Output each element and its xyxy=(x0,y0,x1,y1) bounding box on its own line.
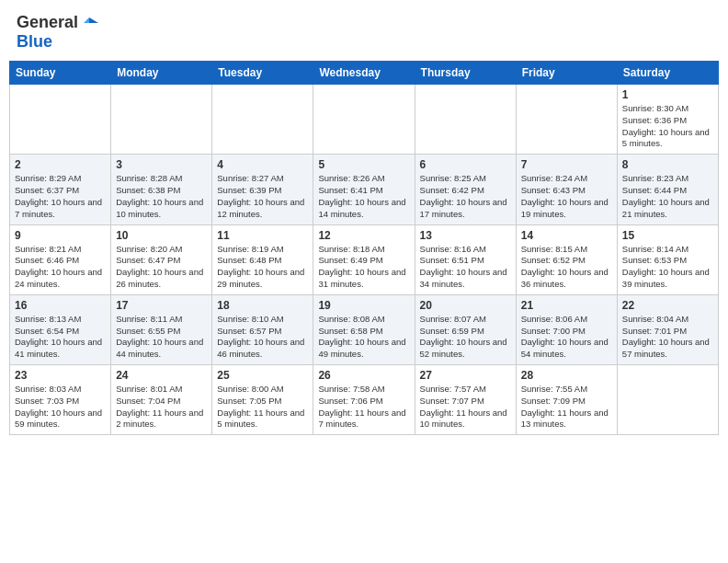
day-info: Sunrise: 8:16 AM Sunset: 6:51 PM Dayligh… xyxy=(420,244,511,291)
day-info: Sunrise: 8:27 AM Sunset: 6:39 PM Dayligh… xyxy=(217,173,308,220)
day-number: 4 xyxy=(217,158,308,171)
logo-blue-text: Blue xyxy=(17,32,52,51)
day-number: 2 xyxy=(15,158,106,171)
day-number: 9 xyxy=(15,229,106,242)
day-number: 22 xyxy=(622,299,713,312)
day-info: Sunrise: 8:07 AM Sunset: 6:59 PM Dayligh… xyxy=(420,314,511,361)
day-info: Sunrise: 8:23 AM Sunset: 6:44 PM Dayligh… xyxy=(622,173,713,220)
day-number: 20 xyxy=(420,299,511,312)
day-number: 27 xyxy=(420,369,511,382)
day-info: Sunrise: 8:06 AM Sunset: 7:00 PM Dayligh… xyxy=(521,314,612,361)
column-header-thursday: Thursday xyxy=(415,62,516,85)
day-info: Sunrise: 7:58 AM Sunset: 7:06 PM Dayligh… xyxy=(318,384,409,431)
day-number: 1 xyxy=(622,88,713,101)
day-number: 17 xyxy=(116,299,207,312)
day-cell: 13Sunrise: 8:16 AM Sunset: 6:51 PM Dayli… xyxy=(415,224,516,294)
day-info: Sunrise: 8:20 AM Sunset: 6:47 PM Dayligh… xyxy=(116,244,207,291)
day-cell: 5Sunrise: 8:26 AM Sunset: 6:41 PM Daylig… xyxy=(313,155,415,224)
day-cell xyxy=(212,85,313,155)
day-cell: 6Sunrise: 8:25 AM Sunset: 6:42 PM Daylig… xyxy=(415,155,516,224)
day-cell: 20Sunrise: 8:07 AM Sunset: 6:59 PM Dayli… xyxy=(415,294,516,364)
day-info: Sunrise: 8:28 AM Sunset: 6:38 PM Dayligh… xyxy=(116,173,207,220)
column-header-wednesday: Wednesday xyxy=(313,62,415,85)
day-cell xyxy=(10,85,111,155)
day-cell: 22Sunrise: 8:04 AM Sunset: 7:01 PM Dayli… xyxy=(617,294,718,364)
day-number: 19 xyxy=(318,299,409,312)
day-number: 13 xyxy=(420,229,511,242)
day-cell: 19Sunrise: 8:08 AM Sunset: 6:58 PM Dayli… xyxy=(313,294,415,364)
day-info: Sunrise: 8:08 AM Sunset: 6:58 PM Dayligh… xyxy=(318,314,409,361)
day-cell: 7Sunrise: 8:24 AM Sunset: 6:43 PM Daylig… xyxy=(516,155,617,224)
logo-bird-icon xyxy=(80,16,98,30)
day-info: Sunrise: 8:21 AM Sunset: 6:46 PM Dayligh… xyxy=(15,244,106,291)
day-cell: 16Sunrise: 8:13 AM Sunset: 6:54 PM Dayli… xyxy=(10,294,111,364)
day-cell: 1Sunrise: 8:30 AM Sunset: 6:36 PM Daylig… xyxy=(617,85,718,155)
day-number: 16 xyxy=(15,299,106,312)
day-number: 15 xyxy=(622,229,713,242)
day-cell: 10Sunrise: 8:20 AM Sunset: 6:47 PM Dayli… xyxy=(111,224,212,294)
day-number: 23 xyxy=(15,369,106,382)
logo: General Blue xyxy=(17,13,98,52)
day-cell: 9Sunrise: 8:21 AM Sunset: 6:46 PM Daylig… xyxy=(10,224,111,294)
day-cell: 25Sunrise: 8:00 AM Sunset: 7:05 PM Dayli… xyxy=(212,365,313,435)
day-number: 26 xyxy=(318,369,409,382)
logo-general-text: General xyxy=(17,13,78,32)
day-info: Sunrise: 8:03 AM Sunset: 7:03 PM Dayligh… xyxy=(15,384,106,431)
day-cell: 26Sunrise: 7:58 AM Sunset: 7:06 PM Dayli… xyxy=(313,365,415,435)
week-row-4: 16Sunrise: 8:13 AM Sunset: 6:54 PM Dayli… xyxy=(10,294,719,364)
day-info: Sunrise: 8:04 AM Sunset: 7:01 PM Dayligh… xyxy=(622,314,713,361)
day-number: 21 xyxy=(521,299,612,312)
day-info: Sunrise: 8:19 AM Sunset: 6:48 PM Dayligh… xyxy=(217,244,308,291)
day-info: Sunrise: 8:01 AM Sunset: 7:04 PM Dayligh… xyxy=(116,384,207,431)
day-number: 5 xyxy=(318,158,409,171)
day-info: Sunrise: 8:29 AM Sunset: 6:37 PM Dayligh… xyxy=(15,173,106,220)
day-info: Sunrise: 8:25 AM Sunset: 6:42 PM Dayligh… xyxy=(420,173,511,220)
day-cell: 21Sunrise: 8:06 AM Sunset: 7:00 PM Dayli… xyxy=(516,294,617,364)
day-info: Sunrise: 8:13 AM Sunset: 6:54 PM Dayligh… xyxy=(15,314,106,361)
week-row-5: 23Sunrise: 8:03 AM Sunset: 7:03 PM Dayli… xyxy=(10,365,719,435)
day-number: 8 xyxy=(622,158,713,171)
week-row-1: 1Sunrise: 8:30 AM Sunset: 6:36 PM Daylig… xyxy=(10,85,719,155)
day-cell: 18Sunrise: 8:10 AM Sunset: 6:57 PM Dayli… xyxy=(212,294,313,364)
day-number: 25 xyxy=(217,369,308,382)
day-number: 28 xyxy=(521,369,612,382)
day-cell: 15Sunrise: 8:14 AM Sunset: 6:53 PM Dayli… xyxy=(617,224,718,294)
day-number: 3 xyxy=(116,158,207,171)
day-info: Sunrise: 8:15 AM Sunset: 6:52 PM Dayligh… xyxy=(521,244,612,291)
day-number: 14 xyxy=(521,229,612,242)
day-cell xyxy=(516,85,617,155)
day-cell: 12Sunrise: 8:18 AM Sunset: 6:49 PM Dayli… xyxy=(313,224,415,294)
day-cell: 2Sunrise: 8:29 AM Sunset: 6:37 PM Daylig… xyxy=(10,155,111,224)
day-info: Sunrise: 8:18 AM Sunset: 6:49 PM Dayligh… xyxy=(318,244,409,291)
day-cell: 28Sunrise: 7:55 AM Sunset: 7:09 PM Dayli… xyxy=(516,365,617,435)
day-number: 11 xyxy=(217,229,308,242)
page-header: General Blue xyxy=(9,9,719,55)
day-cell xyxy=(415,85,516,155)
svg-marker-0 xyxy=(89,17,98,23)
day-number: 12 xyxy=(318,229,409,242)
week-row-2: 2Sunrise: 8:29 AM Sunset: 6:37 PM Daylig… xyxy=(10,155,719,224)
column-header-tuesday: Tuesday xyxy=(212,62,313,85)
day-info: Sunrise: 8:11 AM Sunset: 6:55 PM Dayligh… xyxy=(116,314,207,361)
week-row-3: 9Sunrise: 8:21 AM Sunset: 6:46 PM Daylig… xyxy=(10,224,719,294)
column-header-sunday: Sunday xyxy=(10,62,111,85)
day-cell: 4Sunrise: 8:27 AM Sunset: 6:39 PM Daylig… xyxy=(212,155,313,224)
day-info: Sunrise: 8:14 AM Sunset: 6:53 PM Dayligh… xyxy=(622,244,713,291)
day-cell: 3Sunrise: 8:28 AM Sunset: 6:38 PM Daylig… xyxy=(111,155,212,224)
day-info: Sunrise: 7:55 AM Sunset: 7:09 PM Dayligh… xyxy=(521,384,612,431)
day-cell: 27Sunrise: 7:57 AM Sunset: 7:07 PM Dayli… xyxy=(415,365,516,435)
column-header-monday: Monday xyxy=(111,62,212,85)
day-info: Sunrise: 8:24 AM Sunset: 6:43 PM Dayligh… xyxy=(521,173,612,220)
calendar-table: SundayMondayTuesdayWednesdayThursdayFrid… xyxy=(9,61,719,435)
day-cell: 24Sunrise: 8:01 AM Sunset: 7:04 PM Dayli… xyxy=(111,365,212,435)
svg-marker-1 xyxy=(84,17,89,23)
day-cell xyxy=(313,85,415,155)
day-cell: 14Sunrise: 8:15 AM Sunset: 6:52 PM Dayli… xyxy=(516,224,617,294)
day-cell: 8Sunrise: 8:23 AM Sunset: 6:44 PM Daylig… xyxy=(617,155,718,224)
day-cell: 11Sunrise: 8:19 AM Sunset: 6:48 PM Dayli… xyxy=(212,224,313,294)
day-info: Sunrise: 8:30 AM Sunset: 6:36 PM Dayligh… xyxy=(622,103,713,150)
day-cell xyxy=(111,85,212,155)
column-header-saturday: Saturday xyxy=(617,62,718,85)
day-cell: 23Sunrise: 8:03 AM Sunset: 7:03 PM Dayli… xyxy=(10,365,111,435)
calendar-header-row: SundayMondayTuesdayWednesdayThursdayFrid… xyxy=(10,62,719,85)
